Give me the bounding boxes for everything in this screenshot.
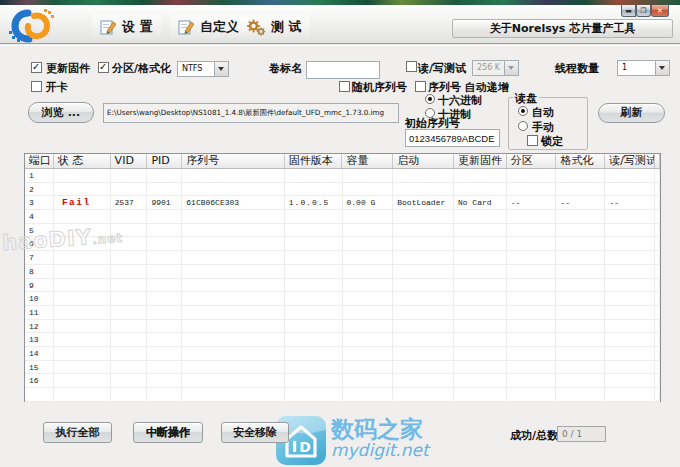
status-cell	[54, 320, 111, 334]
firmware-version-cell	[285, 374, 343, 388]
format-cell	[556, 374, 605, 388]
about-button[interactable]: 关于Norelsys 芯片量产工具	[452, 19, 673, 38]
haodiy-suffix: .net	[92, 231, 124, 247]
filler-cell	[655, 224, 660, 238]
interrupt-button[interactable]: 中断操作	[133, 422, 203, 443]
table-row[interactable]: 9	[25, 279, 660, 293]
rw-test-cell	[605, 265, 655, 279]
execute-all-button[interactable]: 执行全部	[43, 422, 112, 443]
rw-test-checkbox[interactable]	[406, 61, 417, 72]
browse-button[interactable]: 浏览 ...	[28, 102, 94, 123]
tab-test-label: 测 试	[271, 18, 302, 36]
update-firmware-checkbox[interactable]	[31, 62, 42, 73]
serial-cell	[182, 210, 284, 224]
vid-cell	[111, 169, 148, 183]
partition-format-label: 分区/格式化	[112, 61, 171, 76]
auto-radio[interactable]	[518, 106, 528, 116]
refresh-button[interactable]: 刷新	[598, 103, 665, 123]
partition-format-checkbox[interactable]	[98, 62, 109, 73]
hex-radio[interactable]	[425, 94, 435, 104]
capacity-cell	[343, 210, 394, 224]
format-cell	[556, 237, 605, 251]
toolbar: 设 置 自定义	[0, 5, 680, 44]
firmware-version-cell	[285, 251, 343, 265]
firmware-version-cell	[285, 388, 343, 402]
status-cell	[54, 347, 111, 361]
table-row[interactable]	[25, 388, 660, 402]
vid-cell	[111, 183, 148, 197]
safe-remove-button[interactable]: 安全移除	[221, 422, 289, 443]
open-card-checkbox[interactable]	[31, 81, 42, 92]
serial-cell	[182, 169, 284, 183]
pid-cell	[147, 224, 182, 238]
update-firmware-cell	[454, 320, 507, 334]
firmware-version-cell	[285, 237, 343, 251]
update-firmware-label: 更新固件	[46, 61, 90, 76]
rw-test-cell	[605, 320, 655, 334]
table-row[interactable]: 1	[25, 169, 660, 183]
capacity-cell	[343, 374, 394, 388]
filesystem-select[interactable]: NTFS	[177, 61, 229, 77]
column-header: 序列号	[182, 154, 284, 168]
lock-checkbox[interactable]	[527, 135, 538, 146]
table-row[interactable]: 3Fail2537990161CB06CE3031.0.0.50.00 GBoo…	[25, 196, 660, 210]
status-cell	[54, 306, 111, 320]
partition-cell	[507, 224, 557, 238]
minimize-button[interactable]: ▬	[621, 5, 636, 17]
status-cell	[54, 361, 111, 375]
boot-cell	[393, 361, 454, 375]
boot-cell	[393, 374, 454, 388]
status-cell	[54, 374, 111, 388]
filesystem-value: NTFS	[182, 64, 202, 73]
filler-cell	[655, 347, 660, 361]
filler-cell	[655, 251, 660, 265]
serial-cell	[182, 183, 284, 197]
table-row[interactable]: 10	[25, 292, 660, 306]
serial-cell	[182, 361, 284, 375]
table-row[interactable]: 15	[25, 361, 660, 375]
update-firmware-cell	[454, 347, 507, 361]
capacity-cell	[343, 361, 394, 375]
rw-size-select[interactable]: 256 K	[472, 60, 519, 76]
table-row[interactable]: 12	[25, 320, 660, 334]
tab-customize[interactable]: 自定义	[170, 15, 247, 39]
thread-count-select[interactable]: 1	[617, 60, 670, 76]
initial-serial-input[interactable]	[405, 129, 500, 147]
serial-cell	[182, 224, 284, 238]
capacity-cell	[343, 183, 394, 197]
table-row[interactable]: 2	[25, 183, 660, 197]
rw-test-cell	[605, 292, 655, 306]
firmware-path-input[interactable]: E:\Users\wang\Desktop\NS1081_1.4.8\最新固件\…	[103, 103, 399, 123]
table-row[interactable]: 14	[25, 347, 660, 361]
random-serial-label: 随机序列号	[352, 80, 407, 95]
update-firmware-cell	[454, 210, 507, 224]
thread-count-value: 1	[622, 63, 627, 72]
close-button[interactable]: ✕	[651, 5, 669, 17]
pid-cell	[147, 183, 182, 197]
pid-cell	[147, 265, 182, 279]
column-header: 启动	[393, 154, 454, 168]
pid-cell: 9901	[147, 196, 182, 210]
port-cell: 13	[25, 333, 54, 347]
random-serial-checkbox[interactable]	[339, 81, 350, 92]
success-total-value: 0 / 1	[557, 426, 606, 442]
table-row[interactable]: 16	[25, 374, 660, 388]
tab-test[interactable]: 测 试	[238, 15, 310, 39]
format-cell: --	[556, 196, 605, 210]
gears-icon	[246, 19, 266, 36]
restore-button[interactable]: ❐	[636, 5, 651, 17]
serial-cell	[182, 306, 284, 320]
table-row[interactable]: 7	[25, 251, 660, 265]
table-row[interactable]: 8	[25, 265, 660, 279]
serial-increment-checkbox[interactable]	[415, 81, 426, 92]
volume-input[interactable]	[306, 61, 380, 79]
auto-label: 自动	[532, 105, 554, 120]
serial-cell	[182, 279, 284, 293]
manual-radio[interactable]	[518, 121, 528, 131]
table-row[interactable]: 11	[25, 306, 660, 320]
read-disk-group-label: 读盘	[513, 91, 539, 106]
tab-settings[interactable]: 设 置	[92, 15, 161, 39]
table-row[interactable]: 4	[25, 210, 660, 224]
table-row[interactable]: 13	[25, 333, 660, 347]
rw-test-cell	[605, 224, 655, 238]
